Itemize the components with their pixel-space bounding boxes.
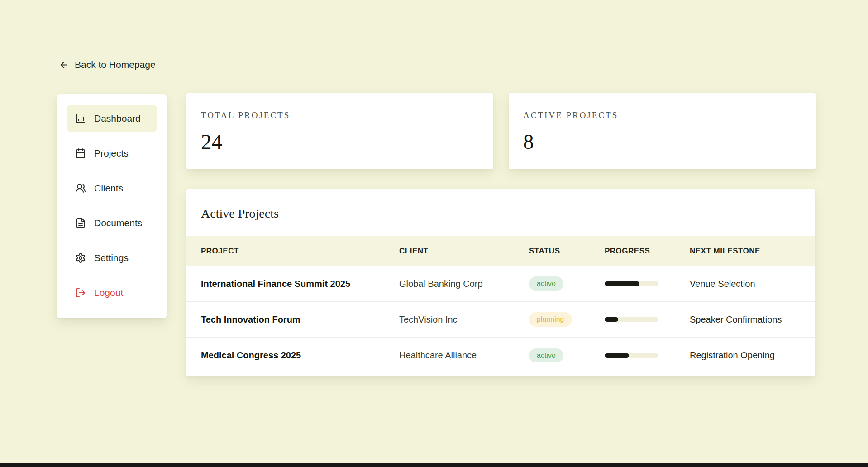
bottom-strip: [0, 463, 868, 467]
status-badge: active: [529, 276, 563, 291]
sidebar-item-label: Documents: [94, 218, 142, 229]
sidebar-item-projects[interactable]: Projects: [67, 140, 157, 167]
stats-row: TOTAL PROJECTS 24 ACTIVE PROJECTS 8: [186, 93, 816, 169]
logout-icon: [75, 287, 86, 298]
arrow-left-icon: [59, 60, 69, 70]
calendar-icon: [75, 148, 86, 159]
sidebar-item-logout[interactable]: Logout: [67, 279, 157, 306]
back-link-label: Back to Homepage: [75, 59, 156, 70]
progress-bar: [605, 281, 658, 286]
sidebar-item-label: Projects: [94, 148, 129, 159]
sidebar-item-settings[interactable]: Settings: [67, 244, 157, 272]
progress-bar-fill: [605, 353, 629, 358]
sidebar-item-label: Clients: [94, 183, 123, 194]
table-header-row: PROJECT CLIENT STATUS PROGRESS NEXT MILE…: [186, 236, 815, 266]
active-projects-card: Active Projects PROJECT CLIENT STATUS PR…: [186, 189, 815, 376]
column-header-progress: PROGRESS: [605, 247, 690, 256]
table-title: Active Projects: [186, 189, 815, 236]
stat-value: 24: [201, 131, 479, 152]
client-name: Healthcare Alliance: [399, 350, 529, 361]
stat-card-total-projects: TOTAL PROJECTS 24: [186, 93, 493, 169]
status-badge: active: [529, 348, 563, 362]
column-header-client: CLIENT: [399, 247, 529, 256]
sidebar: Dashboard Projects Clients Documents Set…: [57, 94, 167, 318]
sidebar-item-clients[interactable]: Clients: [67, 175, 157, 202]
sidebar-item-documents[interactable]: Documents: [67, 210, 157, 237]
sidebar-item-label: Dashboard: [94, 113, 141, 124]
progress-bar-fill: [605, 281, 639, 286]
column-header-status: STATUS: [529, 247, 605, 256]
table-row[interactable]: Medical Congress 2025 Healthcare Allianc…: [186, 338, 815, 373]
project-name: Tech Innovation Forum: [201, 315, 399, 325]
gear-icon: [75, 253, 86, 263]
sidebar-item-label: Settings: [94, 253, 129, 263]
next-milestone: Speaker Confirmations: [690, 315, 801, 325]
progress-bar: [605, 317, 658, 322]
table-row[interactable]: International Finance Summit 2025 Global…: [186, 266, 815, 302]
next-milestone: Registration Opening: [690, 350, 801, 361]
table-row[interactable]: Tech Innovation Forum TechVision Inc pla…: [186, 302, 815, 338]
stat-label: ACTIVE PROJECTS: [523, 110, 801, 120]
column-header-milestone: NEXT MILESTONE: [690, 247, 801, 256]
project-name: Medical Congress 2025: [201, 350, 399, 361]
stat-label: TOTAL PROJECTS: [201, 110, 479, 120]
back-to-homepage-link[interactable]: Back to Homepage: [59, 59, 156, 70]
users-icon: [75, 183, 86, 194]
bar-chart-icon: [75, 113, 86, 124]
stat-value: 8: [523, 131, 801, 152]
project-name: International Finance Summit 2025: [201, 279, 399, 289]
sidebar-item-label: Logout: [94, 287, 123, 298]
column-header-project: PROJECT: [201, 247, 399, 256]
progress-bar-fill: [605, 317, 618, 322]
stat-card-active-projects: ACTIVE PROJECTS 8: [509, 93, 816, 169]
progress-bar: [605, 353, 658, 358]
status-badge: planning: [529, 312, 572, 326]
next-milestone: Venue Selection: [690, 279, 801, 289]
client-name: TechVision Inc: [399, 315, 529, 325]
file-text-icon: [75, 218, 86, 229]
client-name: Global Banking Corp: [399, 279, 529, 289]
sidebar-item-dashboard[interactable]: Dashboard: [67, 105, 157, 132]
